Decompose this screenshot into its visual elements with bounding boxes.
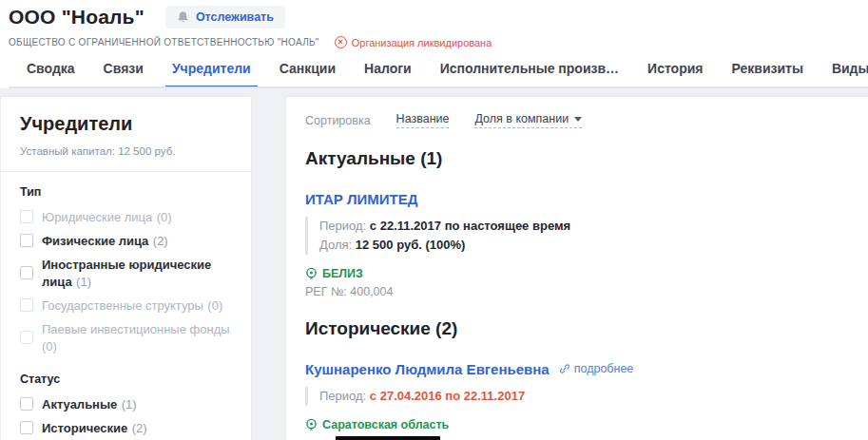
actual-section-heading: Актуальные (1) (305, 148, 868, 169)
filter-count: (2) (153, 234, 168, 248)
tab-istoriya[interactable]: История (647, 61, 703, 86)
filter-foreign-legal-entities[interactable]: Иностранные юридические лица (1) (20, 256, 232, 290)
tab-vidy-deyat[interactable]: Виды деят. (832, 61, 868, 86)
founder-name-link[interactable]: Кушнаренко Людмила Евгеньевна (305, 361, 550, 377)
reg-number: РЕГ №: 400,004 (305, 285, 868, 298)
follow-button[interactable]: Отслеживать (165, 6, 285, 29)
liquidation-badge: × Организация ликвидирована (335, 36, 492, 48)
share-label: Доля: (319, 238, 352, 252)
checkbox-icon[interactable] (20, 331, 33, 344)
founder-entry: ИТАР ЛИМИТЕД Период: с 22.11.2017 по нас… (305, 191, 868, 298)
content-area: Учредители Уставный капитал: 12 500 руб.… (0, 88, 868, 440)
filter-label: Юридические лица (42, 210, 152, 224)
filter-count: (0) (42, 339, 57, 354)
checkbox-icon[interactable] (20, 421, 33, 434)
period-label: Период: (319, 219, 366, 233)
sort-by-name[interactable]: Название (396, 112, 450, 128)
sort-by-share-label: Доля в компании (474, 112, 569, 125)
tab-svodka[interactable]: Сводка (27, 61, 75, 86)
tab-bar: Сводка Связи Учредители Санкции Налоги И… (9, 61, 868, 88)
founder-name-link[interactable]: ИТАР ЛИМИТЕД (305, 191, 417, 207)
checkbox-icon[interactable] (20, 397, 33, 411)
tab-svyazi[interactable]: Связи (104, 61, 144, 86)
founder-entry: Кушнаренко Людмила Евгеньевна подробнее … (305, 361, 868, 440)
tab-sankcii[interactable]: Санкции (280, 61, 336, 86)
follow-button-label: Отслеживать (196, 10, 274, 24)
sidebar-divider (1, 171, 251, 172)
period-value: с 22.11.2017 по настоящее время (370, 219, 570, 233)
more-details-label: подробнее (574, 362, 634, 375)
sort-label: Сортировка (305, 114, 371, 127)
page-header: ООО "Ноаль" Отслеживать ОБЩЕСТВО С ОГРАН… (0, 0, 868, 88)
liquidated-x-icon: × (335, 36, 347, 48)
filter-state-structures[interactable]: Государственные структуры (0) (20, 297, 232, 314)
filter-count: (2) (132, 421, 147, 435)
tab-uchrediteli[interactable]: Учредители (172, 61, 251, 86)
more-details-link[interactable]: подробнее (559, 362, 634, 375)
filter-investment-funds[interactable]: Паевые инвестиционные фонды (0) (20, 320, 232, 354)
bell-icon (177, 10, 189, 24)
location-label: БЕЛИЗ (322, 267, 363, 280)
share-value: 12 500 руб. (100%) (356, 238, 466, 252)
filter-legal-entities[interactable]: Юридические лица (0) (20, 208, 232, 225)
filter-count: (1) (122, 397, 137, 411)
company-full-name: ОБЩЕСТВО С ОГРАНИЧЕННОЙ ОТВЕТСТВЕННОСТЬЮ… (9, 37, 319, 48)
checkbox-icon[interactable] (20, 266, 33, 279)
location-pin-icon (305, 267, 318, 280)
sort-row: Сортировка Название Доля в компании (305, 112, 868, 128)
liquidation-badge-label: Организация ликвидирована (352, 37, 492, 48)
tab-rekvizity[interactable]: Реквизиты (732, 61, 803, 86)
redacted-inn-value (336, 436, 440, 440)
filter-count: (0) (207, 298, 222, 313)
tab-ispolnitelnye[interactable]: Исполнительные произв… (440, 61, 619, 86)
type-filter-title: Тип (20, 185, 232, 199)
filter-label: Актуальные (42, 397, 117, 411)
filter-count: (0) (157, 210, 172, 224)
period-block: Период: с 27.04.2016 по 22.11.2017 (305, 387, 868, 406)
filters-sidebar: Учредители Уставный капитал: 12 500 руб.… (0, 96, 252, 440)
period-value: с 27.04.2016 по 22.11.2017 (370, 389, 525, 403)
filter-label: Иностранные юридические лица (42, 258, 211, 289)
status-filter-title: Статус (20, 373, 232, 386)
filter-label: Паевые инвестиционные фонды (42, 322, 230, 336)
company-title: ООО "Ноаль" (9, 6, 145, 29)
filter-label: Исторические (42, 421, 127, 435)
period-block: Период: с 22.11.2017 по настоящее время … (305, 217, 868, 255)
sort-by-share[interactable]: Доля в компании (474, 112, 582, 128)
charter-capital: Уставный капитал: 12 500 руб. (20, 145, 232, 157)
filter-historical[interactable]: Исторические (2) (20, 419, 232, 436)
filter-label: Государственные структуры (42, 298, 203, 313)
filter-actual[interactable]: Актуальные (1) (20, 395, 232, 412)
founders-panel: Сортировка Название Доля в компании Акту… (285, 96, 868, 440)
checkbox-icon[interactable] (20, 234, 33, 247)
checkbox-icon[interactable] (20, 298, 33, 312)
historical-section-heading: Исторические (2) (305, 318, 868, 339)
filter-count: (1) (76, 275, 91, 289)
filter-label: Физические лица (42, 234, 148, 248)
checkbox-icon[interactable] (20, 210, 33, 223)
tab-nalogi[interactable]: Налоги (364, 61, 412, 86)
sidebar-title: Учредители (20, 113, 232, 135)
period-label: Период: (319, 389, 366, 403)
filter-individuals[interactable]: Физические лица (2) (20, 232, 232, 249)
caret-down-icon (574, 117, 582, 122)
location-label: Саратовская область (322, 418, 449, 431)
link-icon (559, 363, 570, 374)
location-pin-icon (305, 418, 318, 431)
